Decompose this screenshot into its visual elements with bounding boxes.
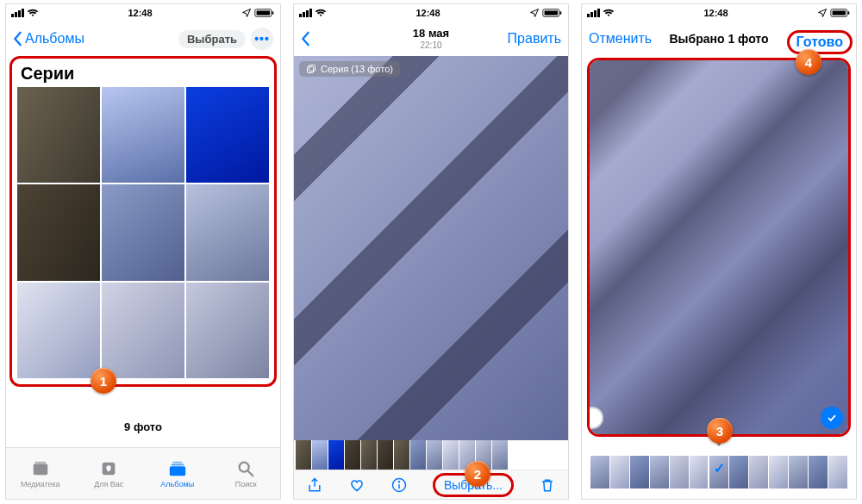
status-bar: 12:48 [6,4,280,22]
svg-rect-12 [545,10,558,15]
photo-highlight [587,58,851,437]
status-bar: 12:48 [294,4,568,22]
location-icon [529,8,540,18]
wifi-icon [315,9,327,17]
screen-3-select-photo: 12:48 Отменить Выбрано 1 фото Готово 4 3 [581,3,857,500]
battery-icon [542,8,563,18]
signal-icon [11,9,24,17]
svg-line-10 [248,470,253,476]
svg-rect-7 [171,464,184,465]
nav-bar: Альбомы Выбрать ••• [6,22,280,56]
screen-1-albums: 12:48 Альбомы Выбрать ••• Серии [5,3,281,500]
selected-check-icon[interactable] [821,407,843,429]
svg-rect-13 [560,11,562,14]
svg-rect-14 [308,67,314,73]
search-icon [235,459,256,478]
step-badge-2: 2 [465,461,490,487]
location-icon [817,8,828,18]
wifi-icon [603,9,615,17]
photo-thumb[interactable] [186,87,269,183]
nav-title: Выбрано 1 фото [669,32,768,46]
signal-icon [299,9,312,17]
battery-icon [830,8,851,18]
cancel-button[interactable]: Отменить [589,31,652,47]
nav-bar: 18 мая 22:10 Править [294,22,568,56]
heart-icon[interactable] [348,476,365,494]
done-highlight: Готово [787,30,853,54]
step-badge-4: 4 [796,49,821,75]
chevron-left-icon [301,31,311,47]
svg-rect-3 [34,464,48,475]
main-photo[interactable] [294,56,568,440]
svg-rect-6 [172,461,182,463]
done-button[interactable]: Готово [796,34,843,49]
svg-rect-2 [272,11,274,14]
photo-thumb[interactable] [102,87,184,183]
toolbar: Выбрать... [294,470,568,499]
filmstrip[interactable]: ✓ [585,447,853,488]
photo-thumb[interactable] [186,184,269,280]
chevron-left-icon [13,31,23,47]
photo-thumb[interactable] [186,283,269,378]
info-icon[interactable] [390,476,408,494]
screen-2-burst-detail: 12:48 18 мая 22:10 Править Серия (13 фот… [293,3,569,500]
foryou-icon [98,459,119,478]
check-icon: ✓ [714,460,725,476]
photo-thumb[interactable] [17,87,100,183]
tab-bar: Медиатека Для Вас Альбомы Поиск [6,447,280,499]
svg-rect-1 [257,10,270,15]
svg-rect-15 [309,65,315,72]
library-icon [30,459,51,478]
svg-point-18 [398,481,399,482]
clock: 12:48 [128,8,152,18]
svg-rect-20 [833,10,846,15]
status-bar: 12:48 [582,4,856,22]
photo-thumb[interactable] [17,283,100,378]
wifi-icon [27,9,39,17]
share-icon[interactable] [306,476,323,494]
tab-albums[interactable]: Альбомы [143,448,212,499]
location-icon [241,8,252,18]
photo-grid [17,87,269,378]
clock: 12:48 [415,8,440,18]
svg-rect-21 [848,11,850,14]
back-button[interactable]: Альбомы [13,31,84,47]
trash-icon[interactable] [539,476,556,494]
album-title: Серии [21,64,269,84]
edit-button[interactable]: Править [508,31,561,47]
tab-library[interactable]: Медиатека [6,448,75,499]
svg-rect-8 [170,466,185,476]
back-button[interactable] [301,31,311,47]
battery-icon [254,8,275,18]
signal-icon [587,9,600,17]
burst-badge: Серия (13 фото) [299,61,400,77]
clock: 12:48 [703,8,728,18]
svg-rect-4 [34,461,46,464]
tab-search[interactable]: Поиск [212,448,281,499]
photo-thumb[interactable] [102,283,184,378]
tab-foryou[interactable]: Для Вас [75,448,144,499]
albums-icon [167,459,188,478]
step-badge-3: 3 [707,418,733,444]
step-badge-1: 1 [91,368,116,394]
photo-count: 9 фото [6,420,280,433]
album-highlight: Серии [9,56,277,387]
photo-thumb[interactable] [102,184,184,280]
selected-photo[interactable] [590,60,848,434]
ellipsis-icon: ••• [254,32,270,46]
burst-icon [306,64,316,74]
more-button[interactable]: ••• [251,28,273,50]
select-button[interactable]: Выбрать [178,30,246,48]
photo-thumb[interactable] [17,184,100,280]
filmstrip[interactable] [296,440,566,470]
